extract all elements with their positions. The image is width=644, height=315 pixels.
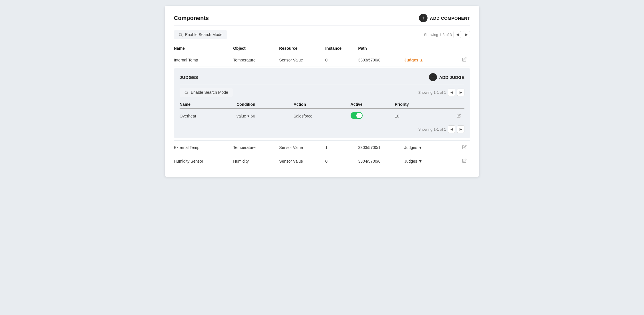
judge-active bbox=[351, 109, 395, 123]
row-resource: Sensor Value bbox=[279, 53, 325, 67]
judges-pagination-bottom: Showing 1-1 of 1 ◀ ▶ bbox=[180, 125, 464, 133]
search-mode-label: Enable Search Mode bbox=[185, 32, 222, 37]
judges-subpanel-row: JUDGES + ADD JUDGE bbox=[174, 67, 470, 141]
row-instance: 0 bbox=[325, 53, 358, 67]
chevron-up-icon: ▲ bbox=[420, 58, 424, 62]
row-name: External Temp bbox=[174, 141, 233, 154]
judges-search-label: Enable Search Mode bbox=[191, 90, 228, 95]
row-judges: Judges ▼ bbox=[404, 154, 450, 168]
judges-showing-bottom: Showing 1-1 of 1 bbox=[418, 127, 446, 131]
toggle-knob bbox=[356, 113, 362, 118]
chevron-down-icon: ▼ bbox=[418, 159, 422, 164]
row-object: Temperature bbox=[233, 141, 279, 154]
chevron-down-icon: ▼ bbox=[418, 145, 422, 150]
row-instance: 0 bbox=[325, 154, 358, 168]
edit-icon[interactable] bbox=[462, 158, 467, 164]
col-header-name: Name bbox=[174, 44, 233, 53]
components-pagination: Showing 1-3 of 3 ◀ ▶ bbox=[424, 31, 470, 38]
svg-point-2 bbox=[185, 91, 188, 93]
showing-label: Showing 1-3 of 3 bbox=[424, 33, 452, 37]
col-header-judges bbox=[404, 44, 450, 53]
judges-prev-bottom-button[interactable]: ◀ bbox=[448, 125, 455, 133]
add-judge-label: ADD JUDGE bbox=[439, 75, 464, 80]
judges-table-row: Overheat value > 60 Salesforce bbox=[180, 109, 464, 123]
judges-toolbar: Enable Search Mode Showing 1-1 of 1 ◀ ▶ bbox=[180, 88, 464, 97]
col-header-object: Object bbox=[233, 44, 279, 53]
components-toolbar: Enable Search Mode Showing 1-3 of 3 ◀ ▶ bbox=[174, 30, 470, 39]
header-divider bbox=[174, 25, 470, 25]
add-component-label: ADD COMPONENT bbox=[430, 16, 470, 21]
search-icon bbox=[184, 90, 188, 95]
components-table-wrapper: Name Object Resource Instance Path Inter… bbox=[174, 44, 470, 168]
add-component-icon: + bbox=[419, 14, 428, 22]
judges-open-button[interactable]: Judges ▲ bbox=[404, 58, 447, 62]
jcol-header-priority: Priority bbox=[395, 100, 439, 109]
row-object: Humidity bbox=[233, 154, 279, 168]
judges-table: Name Condition Action Active Priority bbox=[180, 100, 464, 123]
row-instance: 1 bbox=[325, 141, 358, 154]
components-panel: Components + ADD COMPONENT Enable Search… bbox=[165, 6, 479, 177]
judge-action: Salesforce bbox=[293, 109, 350, 123]
row-edit bbox=[450, 53, 470, 67]
judges-panel-header: JUDGES + ADD JUDGE bbox=[180, 73, 464, 81]
row-path: 3303/5700/1 bbox=[358, 141, 404, 154]
svg-line-1 bbox=[181, 35, 182, 36]
active-toggle[interactable] bbox=[351, 112, 363, 119]
row-name: Internal Temp bbox=[174, 53, 233, 67]
components-table: Name Object Resource Instance Path Inter… bbox=[174, 44, 470, 168]
add-judge-button[interactable]: + ADD JUDGE bbox=[429, 73, 464, 81]
table-row: Internal Temp Temperature Sensor Value 0… bbox=[174, 53, 470, 67]
judge-condition: value > 60 bbox=[236, 109, 293, 123]
jcol-header-name: Name bbox=[180, 100, 236, 109]
row-edit bbox=[450, 154, 470, 168]
col-header-resource: Resource bbox=[279, 44, 325, 53]
edit-icon[interactable] bbox=[462, 145, 467, 150]
row-name: Humidity Sensor bbox=[174, 154, 233, 168]
judges-next-page-button[interactable]: ▶ bbox=[457, 89, 464, 96]
judges-closed-button[interactable]: Judges ▼ bbox=[404, 145, 447, 150]
table-row: Humidity Sensor Humidity Sensor Value 0 … bbox=[174, 154, 470, 168]
row-resource: Sensor Value bbox=[279, 141, 325, 154]
jcol-header-edit bbox=[439, 100, 464, 109]
judges-next-bottom-button[interactable]: ▶ bbox=[457, 125, 464, 133]
edit-icon[interactable] bbox=[462, 57, 467, 63]
judges-panel-title: JUDGES bbox=[180, 75, 198, 80]
row-object: Temperature bbox=[233, 53, 279, 67]
panel-title: Components bbox=[174, 15, 209, 21]
judges-pagination-top: Showing 1-1 of 1 ◀ ▶ bbox=[418, 89, 464, 96]
search-icon bbox=[178, 33, 183, 37]
row-path: 3303/5700/0 bbox=[358, 53, 404, 67]
col-header-path: Path bbox=[358, 44, 404, 53]
col-header-instance: Instance bbox=[325, 44, 358, 53]
judges-search-mode-button[interactable]: Enable Search Mode bbox=[180, 88, 233, 97]
panel-header: Components + ADD COMPONENT bbox=[174, 14, 470, 22]
judge-edit-icon[interactable] bbox=[457, 113, 461, 119]
judges-subpanel-cell: JUDGES + ADD JUDGE bbox=[174, 67, 470, 141]
svg-point-0 bbox=[179, 33, 182, 36]
judges-divider bbox=[180, 84, 464, 84]
judge-priority: 10 bbox=[395, 109, 439, 123]
next-page-button[interactable]: ▶ bbox=[463, 31, 470, 38]
row-judges: Judges ▲ bbox=[404, 53, 450, 67]
judge-edit bbox=[439, 109, 464, 123]
jcol-header-active: Active bbox=[351, 100, 395, 109]
prev-page-button[interactable]: ◀ bbox=[454, 31, 461, 38]
enable-search-mode-button[interactable]: Enable Search Mode bbox=[174, 30, 227, 39]
jcol-header-action: Action bbox=[293, 100, 350, 109]
judge-name: Overheat bbox=[180, 109, 236, 123]
judges-prev-page-button[interactable]: ◀ bbox=[448, 89, 455, 96]
jcol-header-condition: Condition bbox=[236, 100, 293, 109]
svg-line-3 bbox=[187, 93, 188, 94]
judges-showing-top: Showing 1-1 of 1 bbox=[418, 90, 446, 95]
judges-closed-button[interactable]: Judges ▼ bbox=[404, 159, 447, 164]
row-path: 3304/5700/0 bbox=[358, 154, 404, 168]
row-edit bbox=[450, 141, 470, 154]
table-row: External Temp Temperature Sensor Value 1… bbox=[174, 141, 470, 154]
row-judges: Judges ▼ bbox=[404, 141, 450, 154]
add-component-button[interactable]: + ADD COMPONENT bbox=[419, 14, 470, 22]
add-judge-icon: + bbox=[429, 73, 437, 81]
col-header-edit bbox=[450, 44, 470, 53]
judges-sub-panel: JUDGES + ADD JUDGE bbox=[174, 68, 470, 138]
row-resource: Sensor Value bbox=[279, 154, 325, 168]
